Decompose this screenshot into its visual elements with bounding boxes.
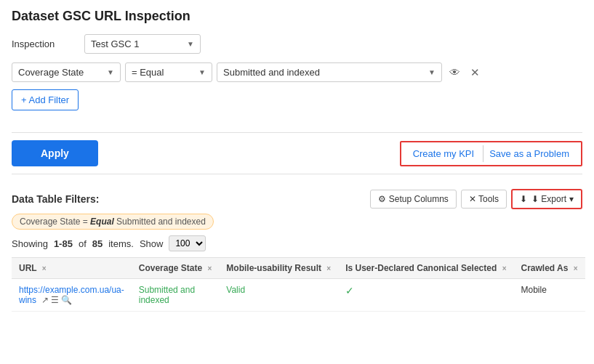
list-icon[interactable]: ☰ [51,295,59,305]
export-arrow: ▾ [569,194,574,204]
page-title: Dataset GSC URL Inspection [12,9,582,24]
crawled-as-cell: Mobile [513,279,585,312]
page-container: Dataset GSC URL Inspection Inspection Te… [0,0,594,320]
apply-button[interactable]: Apply [12,140,98,166]
col-coverage: Coverage State × [132,258,220,279]
showing-text: Showing [12,238,48,249]
col-coverage-close[interactable]: × [207,264,212,272]
data-table-section: Data Table Filters: ⚙ Setup Columns ✕ To… [12,189,582,312]
col-canonical-close[interactable]: × [502,264,507,272]
col-crawled-close[interactable]: × [574,264,578,272]
data-table-title: Data Table Filters: [12,193,99,205]
table-tools-group: ⚙ Setup Columns ✕ Tools ⬇ ⬇ Export ▾ [370,189,582,209]
divider-1 [12,132,582,133]
filter-remove-icon[interactable]: ✕ [467,63,483,82]
setup-columns-button[interactable]: ⚙ Setup Columns [370,190,456,209]
coverage-state-cell: Submitted and indexed [132,279,220,312]
col-url: URL × [12,258,132,279]
filter-row: Coverage State ▼ = Equal ▼ Submitted and… [12,62,582,82]
inspection-row: Inspection Test GSC 1 ▼ [12,34,582,54]
show-select[interactable]: 100 [169,235,206,251]
operator-arrow: ▼ [198,68,206,76]
eye-icon: 👁 [449,66,460,78]
save-problem-button[interactable]: Save as a Problem [483,145,575,162]
inspection-select-value: Test GSC 1 [91,39,139,49]
filter-visibility-icon[interactable]: 👁 [446,63,463,81]
export-icon: ⬇ [520,194,527,204]
coverage-state-select[interactable]: Coverage State ▼ [12,62,121,82]
close-icon: ✕ [470,66,480,79]
create-kpi-button[interactable]: Create my KPI [407,145,481,162]
inspection-select[interactable]: Test GSC 1 ▼ [84,34,201,54]
kpi-problem-group: Create my KPI Save as a Problem [400,141,582,166]
inspection-label: Inspection [12,39,77,49]
col-crawled: Crawled As × [513,258,585,279]
filter-value-arrow: ▼ [428,68,436,76]
filter-value-label: Submitted and indexed [223,67,320,78]
filter-chip: Coverage State = Equal Submitted and ind… [12,214,214,230]
col-mobile-close[interactable]: × [326,264,331,272]
mobile-usability-cell: Valid [219,279,338,312]
url-icons: ↗ ☰ 🔍 [41,295,72,305]
canonical-cell: ✓ [338,279,513,312]
operator-label: = Equal [132,67,164,78]
showing-of: of [79,238,87,249]
data-table-header: Data Table Filters: ⚙ Setup Columns ✕ To… [12,189,582,209]
col-canonical: Is User-Declared Canonical Selected × [338,258,513,279]
showing-items: items. [108,238,134,249]
tools-button[interactable]: ✕ Tools [461,190,507,209]
filter-chip-italic: Equal [90,217,114,227]
table-row: https://example.com.ua/ua-wins ↗ ☰ 🔍 Sub… [12,279,585,312]
data-table: URL × Coverage State × Mobile-usability … [12,257,585,312]
coverage-state-arrow: ▼ [107,68,114,76]
filter-chip-text: Coverage State = Equal Submitted and ind… [20,217,206,227]
showing-range: 1-85 [54,238,73,249]
export-label: ⬇ Export [531,194,566,204]
action-row: Apply Create my KPI Save as a Problem [12,140,582,174]
filter-value-select[interactable]: Submitted and indexed ▼ [217,62,442,82]
inspection-select-arrow: ▼ [187,40,194,48]
external-link-icon[interactable]: ↗ [41,295,49,305]
showing-total: 85 [92,238,103,249]
search-icon[interactable]: 🔍 [61,295,72,305]
operator-select[interactable]: = Equal ▼ [125,62,212,82]
url-cell: https://example.com.ua/ua-wins ↗ ☰ 🔍 [12,279,132,312]
table-header-row: URL × Coverage State × Mobile-usability … [12,258,585,279]
show-label: Show [140,238,164,249]
coverage-state-label: Coverage State [18,67,84,78]
add-filter-button[interactable]: + Add Filter [12,89,79,110]
col-url-close[interactable]: × [42,264,47,272]
export-button[interactable]: ⬇ ⬇ Export ▾ [511,189,582,209]
showing-row: Showing 1-85 of 85 items. Show 100 [12,235,582,251]
col-mobile: Mobile-usability Result × [219,258,338,279]
